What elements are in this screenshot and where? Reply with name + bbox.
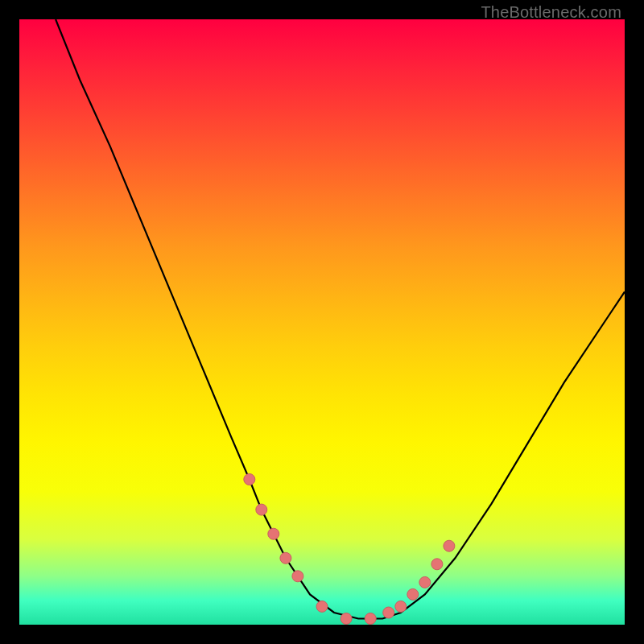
highlight-dot [256, 504, 267, 515]
bottleneck-curve-line [56, 19, 625, 619]
highlight-dot [395, 601, 407, 612]
highlight-dot [268, 528, 279, 539]
highlight-dot [316, 601, 328, 612]
chart-frame: TheBottleneck.com [0, 0, 644, 644]
highlight-dot [444, 540, 455, 551]
highlight-dot [365, 613, 376, 625]
highlight-dot [280, 552, 291, 564]
highlight-dot [419, 576, 431, 588]
highlight-dot [292, 571, 303, 582]
highlight-dot [383, 607, 394, 618]
highlight-dot [407, 588, 419, 600]
highlight-dots-group [244, 474, 455, 625]
highlight-dot [431, 559, 443, 570]
bottleneck-curve-svg [19, 19, 625, 625]
plot-area [19, 19, 625, 625]
highlight-dot [244, 474, 255, 485]
highlight-dot [341, 613, 352, 625]
